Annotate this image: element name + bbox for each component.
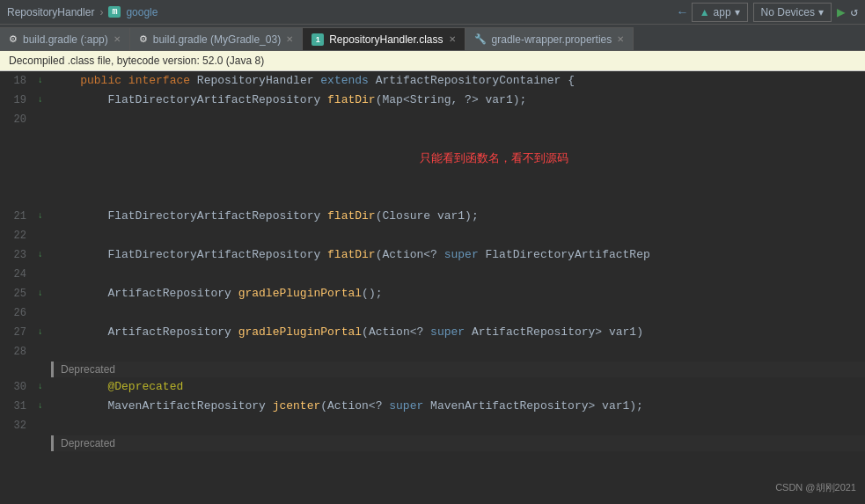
app-label: app: [714, 6, 731, 18]
watermark-text: CSDN @胡刚2021: [775, 482, 856, 493]
line-arrow: ↓: [32, 397, 49, 416]
tab-close-icon-2[interactable]: ✕: [286, 34, 293, 44]
code-line-27: 27 ↓ ArtifactRepository gradlePluginPort…: [0, 323, 865, 342]
tab-build-mygradle[interactable]: ⚙ build.gradle (MyGradle_03) ✕: [130, 27, 303, 50]
line-number: 32: [0, 416, 32, 435]
class-icon: 1: [312, 33, 324, 46]
devices-label: No Devices: [761, 6, 815, 18]
props-icon: 🔧: [474, 33, 487, 45]
line-content: MavenArtifactRepository jcenter(Action<?…: [49, 397, 865, 416]
code-line-32: 32: [0, 416, 865, 435]
line-arrow: ↓: [32, 91, 49, 110]
devices-dropdown[interactable]: No Devices ▾: [753, 3, 832, 22]
deprecated-label-1: Deprecated: [61, 363, 115, 376]
line-number: 31: [0, 397, 32, 416]
gradle-icon-2: ⚙: [139, 33, 148, 45]
project-title: RepositoryHandler: [7, 6, 94, 18]
title-separator: ›: [99, 6, 103, 18]
code-line-19: 19 ↓ FlatDirectoryArtifactRepository fla…: [0, 91, 865, 110]
tab-close-icon[interactable]: ✕: [114, 34, 121, 44]
devices-chevron: ▾: [818, 6, 824, 18]
line-number: 30: [0, 377, 32, 397]
code-editor: 18 ↓ public interface RepositoryHandler …: [0, 71, 865, 500]
line-arrow: ↓: [32, 245, 49, 265]
line-number: 23: [0, 245, 32, 265]
line-content: @Deprecated: [49, 377, 865, 397]
tab-gradle-wrapper[interactable]: 🔧 gradle-wrapper.properties ✕: [465, 27, 634, 50]
code-line-31: 31 ↓ MavenArtifactRepository jcenter(Act…: [0, 397, 865, 416]
line-number: 19: [0, 91, 32, 110]
tab-repository-handler[interactable]: 1 RepositoryHandler.class ✕: [303, 27, 465, 50]
app-chevron: ▾: [735, 6, 740, 18]
line-number: 26: [0, 303, 32, 323]
module-icon: m: [108, 6, 121, 18]
line-number: 21: [0, 207, 32, 226]
line-arrow: ↓: [32, 207, 49, 226]
line-content: ArtifactRepository gradlePluginPortal(Ac…: [49, 323, 865, 342]
refresh-icon[interactable]: ↺: [851, 4, 858, 19]
decompiled-banner: Decompiled .class file, bytecode version…: [0, 51, 865, 71]
line-content: ArtifactRepository gradlePluginPortal();: [49, 284, 865, 303]
line-number: 28: [0, 342, 32, 362]
line-number: 24: [0, 265, 32, 284]
line-number: 18: [0, 71, 32, 91]
line-number: 25: [0, 284, 32, 303]
app-dropdown[interactable]: ▲ app ▾: [692, 3, 748, 22]
deprecated-box-1: Deprecated: [51, 362, 865, 377]
app-run-icon: ▲: [700, 6, 710, 18]
line-arrow: ↓: [32, 284, 49, 303]
deprecated-box-2: Deprecated: [51, 435, 865, 451]
line-content: FlatDirectoryArtifactRepository flatDir(…: [49, 91, 865, 110]
line-number: 20: [0, 110, 32, 129]
code-line-18: 18 ↓ public interface RepositoryHandler …: [0, 71, 865, 91]
tab-label-2: build.gradle (MyGradle_03): [153, 33, 281, 46]
tab-close-icon-4[interactable]: ✕: [617, 34, 624, 44]
line-number: 27: [0, 323, 32, 342]
code-line-25: 25 ↓ ArtifactRepository gradlePluginPort…: [0, 284, 865, 303]
code-line-20: 20 只能看到函数名，看不到源码: [0, 110, 865, 207]
watermark: CSDN @胡刚2021: [775, 481, 856, 494]
code-line-26: 26: [0, 303, 865, 323]
tab-label-4: gradle-wrapper.properties: [492, 33, 612, 46]
run-button[interactable]: ▶: [837, 4, 846, 21]
line-arrow: ↓: [32, 323, 49, 342]
tab-build-app[interactable]: ⚙ build.gradle (:app) ✕: [0, 27, 130, 50]
line-arrow: ↓: [32, 71, 49, 91]
line-arrow: ↓: [32, 377, 49, 397]
code-line-30: 30 ↓ @Deprecated: [0, 377, 865, 397]
gradle-icon: ⚙: [9, 33, 18, 45]
title-bar: RepositoryHandler › m google ← ▲ app ▾ N…: [0, 0, 865, 25]
tab-label-3: RepositoryHandler.class: [329, 33, 443, 46]
code-line-21: 21 ↓ FlatDirectoryArtifactRepository fla…: [0, 207, 865, 226]
code-line-28: 28: [0, 342, 865, 362]
module-name: google: [126, 6, 158, 18]
title-bar-left: RepositoryHandler › m google: [7, 6, 158, 18]
line-content: FlatDirectoryArtifactRepository flatDir(…: [49, 207, 865, 226]
tab-bar: ⚙ build.gradle (:app) ✕ ⚙ build.gradle (…: [0, 25, 865, 51]
title-bar-right: ← ▲ app ▾ No Devices ▾ ▶ ↺: [678, 3, 858, 22]
line-content: public interface RepositoryHandler exten…: [49, 71, 865, 91]
code-line-24: 24: [0, 265, 865, 284]
chinese-comment-text: 只能看到函数名，看不到源码: [53, 149, 865, 168]
tab-close-icon-3[interactable]: ✕: [449, 34, 456, 44]
line-content: FlatDirectoryArtifactRepository flatDir(…: [49, 245, 865, 265]
back-arrow-icon[interactable]: ←: [678, 5, 685, 19]
banner-text: Decompiled .class file, bytecode version…: [9, 55, 264, 67]
code-line-23: 23 ↓ FlatDirectoryArtifactRepository fla…: [0, 245, 865, 265]
code-line-22: 22: [0, 226, 865, 245]
line-number: 22: [0, 226, 32, 245]
tab-label: build.gradle (:app): [23, 33, 108, 46]
deprecated-label-2: Deprecated: [61, 437, 115, 449]
line-content-chinese: 只能看到函数名，看不到源码: [49, 110, 865, 207]
